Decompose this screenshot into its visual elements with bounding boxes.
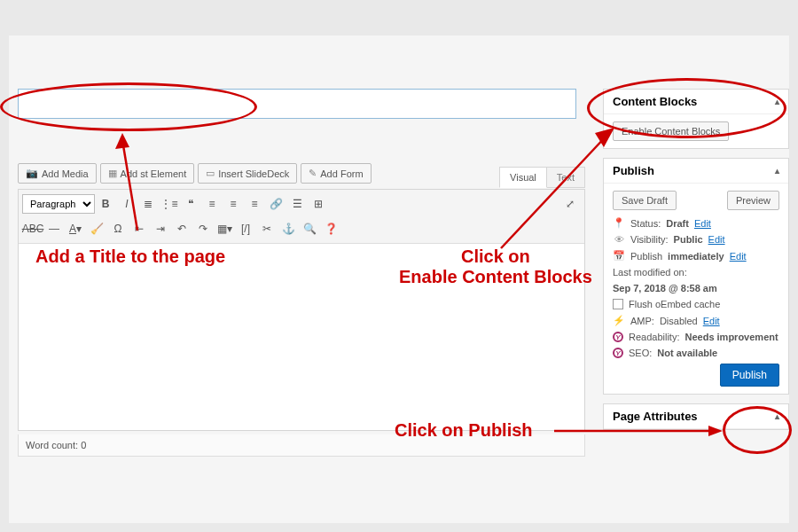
- anchor-button[interactable]: ⚓: [278, 219, 298, 239]
- editor-toolbar: Paragraph B I ≣ ⋮≡ ❝ ≡ ≡ ≡ 🔗 ☰ ⊞ ⤢ ABC —: [19, 190, 584, 244]
- eye-icon: 👁: [613, 234, 625, 245]
- edit-schedule-link[interactable]: Edit: [730, 251, 747, 262]
- element-icon: ▦: [108, 168, 117, 179]
- preview-button[interactable]: Preview: [727, 191, 779, 210]
- publish-panel: Publish ▴ Save Draft Preview 📍Status: Dr…: [603, 158, 789, 395]
- add-form-button[interactable]: ✎Add Form: [301, 163, 371, 184]
- align-right-button[interactable]: ≡: [245, 194, 264, 214]
- yoast-icon: Y: [613, 332, 623, 342]
- align-left-button[interactable]: ≡: [202, 194, 222, 214]
- amp-icon: ⚡: [613, 315, 625, 326]
- quote-button[interactable]: ❝: [181, 194, 200, 214]
- camera-icon: 📷: [26, 168, 38, 179]
- find-button[interactable]: 🔍: [300, 219, 319, 239]
- collapse-icon[interactable]: ▴: [775, 166, 779, 176]
- enable-content-blocks-button[interactable]: Enable Content Blocks: [613, 121, 729, 141]
- hr-button[interactable]: —: [44, 219, 64, 239]
- add-media-button[interactable]: 📷Add Media: [18, 163, 97, 184]
- editor-container: Visual Text Paragraph B I ≣ ⋮≡ ❝ ≡ ≡ ≡ 🔗…: [18, 189, 585, 431]
- insert-slidedeck-button[interactable]: ▭Insert SlideDeck: [198, 163, 297, 184]
- toolbar-toggle-button[interactable]: ⊞: [309, 194, 328, 214]
- insert-slidedeck-label: Insert SlideDeck: [218, 168, 289, 179]
- specialchar-button[interactable]: Ω: [108, 219, 128, 239]
- collapse-icon[interactable]: ▴: [775, 97, 779, 106]
- publish-title: Publish: [613, 164, 654, 177]
- table-button[interactable]: ▦▾: [215, 219, 234, 239]
- cut-button[interactable]: ✂: [257, 219, 277, 239]
- bold-button[interactable]: B: [96, 194, 115, 214]
- strike-button[interactable]: ABC: [23, 219, 43, 239]
- italic-button[interactable]: I: [117, 194, 137, 214]
- form-icon: ✎: [309, 168, 317, 179]
- calendar-icon: 📅: [613, 250, 625, 262]
- add-element-label: Add st Element: [121, 168, 187, 179]
- undo-button[interactable]: ↶: [172, 219, 192, 239]
- clear-button[interactable]: 🧹: [87, 219, 106, 239]
- collapse-icon[interactable]: ▴: [775, 411, 779, 421]
- textcolor-button[interactable]: A▾: [66, 219, 85, 239]
- page-attributes-title: Page Attributes: [613, 410, 698, 423]
- ol-button[interactable]: ⋮≡: [160, 194, 179, 214]
- redo-button[interactable]: ↷: [193, 219, 213, 239]
- content-blocks-title: Content Blocks: [613, 95, 697, 108]
- link-button[interactable]: 🔗: [266, 194, 286, 214]
- add-element-button[interactable]: ▦Add st Element: [100, 163, 195, 184]
- tab-visual[interactable]: Visual: [499, 167, 547, 188]
- add-media-label: Add Media: [42, 168, 89, 179]
- add-form-label: Add Form: [320, 168, 363, 179]
- save-draft-button[interactable]: Save Draft: [613, 191, 677, 210]
- editor-tabs: Visual Text: [499, 167, 585, 188]
- shortcode-button[interactable]: [/]: [236, 219, 255, 239]
- readmore-button[interactable]: ☰: [287, 194, 307, 214]
- edit-amp-link[interactable]: Edit: [703, 316, 720, 326]
- fullscreen-button[interactable]: ⤢: [560, 194, 580, 214]
- yoast-icon: Y: [613, 348, 623, 358]
- flush-checkbox[interactable]: [613, 299, 623, 309]
- slidedeck-icon: ▭: [206, 168, 215, 179]
- page-title-input[interactable]: [18, 89, 576, 119]
- publish-button[interactable]: Publish: [720, 364, 779, 387]
- align-center-button[interactable]: ≡: [223, 194, 243, 214]
- page-attributes-panel: Page Attributes ▴: [603, 403, 789, 430]
- paragraph-select[interactable]: Paragraph: [22, 194, 95, 214]
- ul-button[interactable]: ≣: [138, 194, 158, 214]
- pin-icon: 📍: [613, 217, 625, 229]
- edit-visibility-link[interactable]: Edit: [708, 234, 725, 245]
- content-blocks-panel: Content Blocks ▴ Enable Content Blocks: [603, 89, 789, 149]
- outdent-button[interactable]: ⇤: [129, 219, 149, 239]
- help-button[interactable]: ❓: [321, 219, 340, 239]
- word-count: Word count: 0: [18, 434, 585, 457]
- tab-text[interactable]: Text: [547, 167, 585, 188]
- indent-button[interactable]: ⇥: [151, 219, 170, 239]
- edit-status-link[interactable]: Edit: [694, 218, 711, 229]
